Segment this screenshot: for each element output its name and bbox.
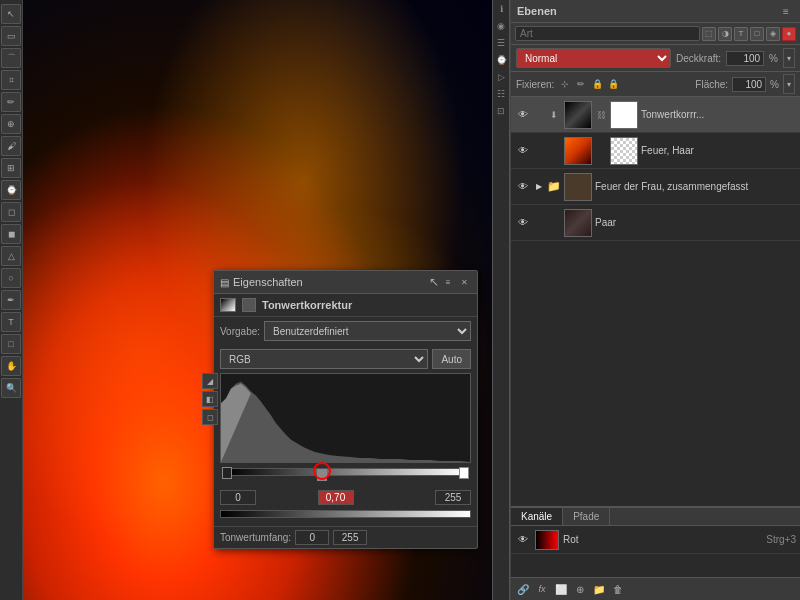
filter-pixel-icon[interactable]: ⬚ [702,27,716,41]
filter-shape-icon[interactable]: □ [750,27,764,41]
layer-expand-feuer-frau[interactable]: ▶ [534,179,544,195]
output-slider-track[interactable] [220,510,471,518]
flaeche-dropdown[interactable]: ▾ [783,74,795,94]
tool-shape[interactable]: □ [1,334,21,354]
filter-adjust-icon[interactable]: ◑ [718,27,732,41]
adjustment-icon[interactable]: ⊕ [572,581,588,597]
tool-history[interactable]: ⌚ [1,180,21,200]
input-mid-value[interactable] [318,490,354,505]
input-light-value[interactable] [435,490,471,505]
channel-vis-rot[interactable]: 👁 [515,532,531,548]
output-slider-row [220,510,471,524]
layer-item-tonwert[interactable]: 👁 ⬇ ⛓ Tonwertkorrr... [511,97,800,133]
trash-icon[interactable]: 🗑 [610,581,626,597]
layers-menu-btn[interactable]: ≡ [778,3,794,19]
channel-select[interactable]: RGB [220,349,428,369]
tool-zoom[interactable]: 🔍 [1,378,21,398]
tool-gradient[interactable]: ◼ [1,224,21,244]
filter-text-icon[interactable]: T [734,27,748,41]
histogram-svg [221,374,470,462]
fix-draw-icon[interactable]: ✏ [574,77,588,91]
mid-action-icon[interactable]: ▷ [494,70,508,84]
tool-blur[interactable]: △ [1,246,21,266]
layer-thumb-feuer-haar [564,137,592,165]
tool-hand[interactable]: ✋ [1,356,21,376]
mid-adjust-icon[interactable]: ☰ [494,36,508,50]
tool-crop[interactable]: ⌗ [1,70,21,90]
opacity-dropdown[interactable]: ▾ [783,48,795,68]
tool-eraser[interactable]: ◻ [1,202,21,222]
bottom-icons-left: 🔗 fx ⬜ ⊕ 📁 🗑 [515,581,626,597]
slider-mid-thumb[interactable] [317,469,327,481]
channel-item-rot[interactable]: 👁 Rot Strg+3 [511,526,800,554]
mask-icon[interactable]: ⬜ [553,581,569,597]
fix-pos-icon[interactable]: ⊹ [558,77,572,91]
fix-label: Fixieren: [516,79,554,90]
layer-vis-tonwert[interactable]: 👁 [515,107,531,123]
properties-panel: ▤ Eigenschaften ↖ ≡ ✕ Tonwertkorrektur V… [213,270,478,549]
auto-button[interactable]: Auto [432,349,471,369]
tool-pen[interactable]: ✒ [1,290,21,310]
blend-mode-select[interactable]: Normal [516,48,671,68]
layer-item-feuer-haar[interactable]: 👁 Feuer, Haar [511,133,800,169]
properties-close-btn[interactable]: ✕ [457,275,471,289]
mid-layers-icon[interactable]: ☷ [494,87,508,101]
eye-icon-feuer-haar: 👁 [518,145,528,156]
layer-vis-feuer-frau[interactable]: 👁 [515,179,531,195]
link-icon[interactable]: 🔗 [515,581,531,597]
tool-brush[interactable]: 🖌 [1,136,21,156]
tonwert-max-input[interactable] [333,530,367,545]
tool-text[interactable]: T [1,312,21,332]
layer-vis-feuer-haar[interactable]: 👁 [515,143,531,159]
layers-toolbar: ⬚ ◑ T □ ◈ ● [511,23,800,45]
tonwert-title: Tonwertkorrektur [262,299,352,311]
channels-tabs: Kanäle Pfade [511,508,800,526]
channel-thumb-rot [535,530,559,550]
mid-history-icon[interactable]: ⌚ [494,53,508,67]
tool-eyedropper[interactable]: ✏ [1,92,21,112]
tonwert-row: Tonwertumfang: [214,526,477,548]
tool-select[interactable]: ▭ [1,26,21,46]
input-sliders-container [220,468,471,486]
input-slider-track[interactable] [226,468,465,476]
opacity-input[interactable] [726,51,764,66]
eyedrop-gray[interactable]: ◧ [202,391,218,407]
folder-icon[interactable]: 📁 [591,581,607,597]
layer-vis-paar[interactable]: 👁 [515,215,531,231]
properties-menu-btn[interactable]: ≡ [441,275,455,289]
eyedropper-tools: ◢ ◧ ◻ [202,373,218,425]
mid-info-icon[interactable]: ℹ [494,2,508,16]
tool-move[interactable]: ↖ [1,4,21,24]
slider-dark-thumb[interactable] [222,467,232,479]
fix-lock-icon[interactable]: 🔒 [590,77,604,91]
tool-lasso[interactable]: ⌒ [1,48,21,68]
layer-item-feuer-frau[interactable]: 👁 ▶ 📁 Feuer der Frau, zusammengefasst [511,169,800,205]
left-toolbar: ↖ ▭ ⌒ ⌗ ✏ ⊕ 🖌 ⊞ ⌚ ◻ ◼ △ ○ ✒ T □ ✋ 🔍 [0,0,23,600]
mid-color-icon[interactable]: ◉ [494,19,508,33]
filter-icons: ⬚ ◑ T □ ◈ [702,27,780,41]
flaeche-input[interactable] [732,77,766,92]
filter-active-icon[interactable]: ● [782,27,796,41]
tab-channels[interactable]: Kanäle [511,508,563,525]
tool-heal[interactable]: ⊕ [1,114,21,134]
flaeche-label: Fläche: [695,79,728,90]
layer-thumb-feuer-frau [564,173,592,201]
properties-panel-header[interactable]: ▤ Eigenschaften ↖ ≡ ✕ [214,271,477,294]
eyedrop-black[interactable]: ◢ [202,373,218,389]
mid-chan-icon[interactable]: ⊡ [494,104,508,118]
slider-light-thumb[interactable] [459,467,469,479]
tab-paths[interactable]: Pfade [563,508,610,525]
input-dark-value[interactable] [220,490,256,505]
layer-item-paar[interactable]: 👁 Paar [511,205,800,241]
filter-smart-icon[interactable]: ◈ [766,27,780,41]
vorgabe-select[interactable]: Benutzerdefiniert [264,321,471,341]
tool-clone[interactable]: ⊞ [1,158,21,178]
fix-all-icon[interactable]: 🔒 [606,77,620,91]
tool-dodge[interactable]: ○ [1,268,21,288]
fx-icon[interactable]: fx [534,581,550,597]
layer-expand-feuer-haar [534,143,544,159]
layers-search-input[interactable] [515,26,700,41]
tonwert-min-input[interactable] [295,530,329,545]
eyedrop-white[interactable]: ◻ [202,409,218,425]
fix-row: Fixieren: ⊹ ✏ 🔒 🔒 Fläche: % ▾ [511,72,800,97]
